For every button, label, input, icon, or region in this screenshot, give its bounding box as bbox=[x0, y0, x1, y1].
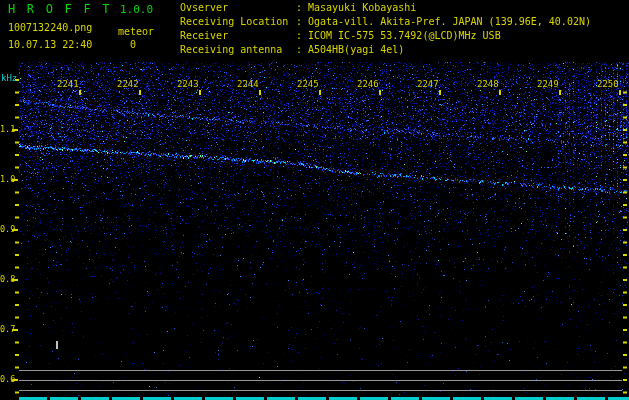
record-datetime: 10.07.13 22:40 bbox=[8, 40, 92, 50]
info-colon-3: : bbox=[296, 45, 302, 55]
freq-label-1.0: 1.0 bbox=[0, 175, 15, 184]
info-value-0: Masayuki Kobayashi bbox=[308, 3, 416, 13]
time-label-2250: 2250 bbox=[597, 80, 619, 89]
app-version: 1.0.0 bbox=[120, 4, 153, 15]
freq-label-1.1: 1.1 bbox=[0, 125, 15, 134]
info-value-2: ICOM IC-575 53.7492(@LCD)MHz USB bbox=[308, 31, 501, 41]
info-colon-1: : bbox=[296, 17, 302, 27]
info-value-1: Ogata-vill. Akita-Pref. JAPAN (139.96E, … bbox=[308, 17, 591, 27]
info-label-2: Receiver bbox=[180, 31, 228, 41]
freq-label-0.7: 0.7 bbox=[0, 325, 15, 334]
info-value-3: A504HB(yagi 4el) bbox=[308, 45, 404, 55]
freq-label-0.8: 0.8 bbox=[0, 275, 15, 284]
spectrogram-canvas bbox=[0, 0, 629, 400]
time-label-2245: 2245 bbox=[297, 80, 319, 89]
time-label-2243: 2243 bbox=[177, 80, 199, 89]
info-colon-0: : bbox=[296, 3, 302, 13]
freq-label-0.6: 0.6 bbox=[0, 375, 15, 384]
output-filename: 1007132240.png bbox=[8, 23, 92, 33]
freq-label-0.9: 0.9 bbox=[0, 225, 15, 234]
time-label-2242: 2242 bbox=[117, 80, 139, 89]
time-label-2241: 2241 bbox=[57, 80, 79, 89]
info-label-0: Ovserver bbox=[180, 3, 228, 13]
freq-axis-unit-label: kHz bbox=[1, 74, 17, 83]
info-label-3: Receiving antenna bbox=[180, 45, 282, 55]
meteor-count-label: meteor bbox=[118, 27, 154, 37]
time-label-2244: 2244 bbox=[237, 80, 259, 89]
info-label-1: Receiving Location bbox=[180, 17, 288, 27]
time-label-2249: 2249 bbox=[537, 80, 559, 89]
meteor-count-value: 0 bbox=[130, 40, 136, 50]
time-label-2247: 2247 bbox=[417, 80, 439, 89]
hrofft-spectrogram-screen: H R O F F T 1.0.0 1007132240.png meteor … bbox=[0, 0, 629, 400]
app-title: H R O F F T bbox=[8, 3, 112, 15]
info-colon-2: : bbox=[296, 31, 302, 41]
time-label-2246: 2246 bbox=[357, 80, 379, 89]
time-label-2248: 2248 bbox=[477, 80, 499, 89]
